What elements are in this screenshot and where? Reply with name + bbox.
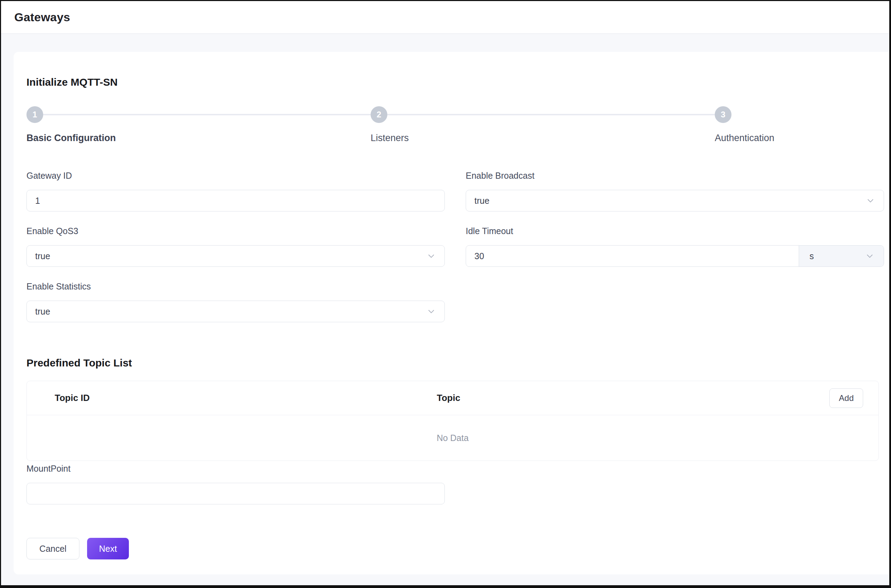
idle-timeout-input[interactable] <box>474 246 790 267</box>
enable-broadcast-value: true <box>474 196 489 206</box>
step-2-circle: 2 <box>370 106 387 123</box>
gateway-id-field: Gateway ID <box>27 171 445 212</box>
enable-broadcast-select[interactable]: true <box>466 190 884 212</box>
column-header-topic-id: Topic ID <box>55 393 437 404</box>
step-listeners: 2 Listeners <box>370 106 715 144</box>
idle-timeout-unit-select[interactable]: s <box>799 246 884 267</box>
predefined-topic-table: Topic ID Topic Add No Data <box>27 381 879 461</box>
topic-table-header: Topic ID Topic Add <box>27 381 879 415</box>
gateway-id-input-wrap <box>27 190 445 212</box>
chevron-down-icon <box>426 306 436 316</box>
enable-statistics-value: true <box>35 306 50 316</box>
idle-timeout-input-wrap <box>466 246 799 267</box>
topic-table-body: No Data <box>27 415 879 460</box>
step-1-circle: 1 <box>27 106 43 123</box>
enable-qos3-field: Enable QoS3 true <box>27 226 445 267</box>
enable-qos3-value: true <box>35 251 50 261</box>
enable-statistics-select[interactable]: true <box>27 301 445 322</box>
wizard-title: Initialize MQTT-SN <box>27 76 884 88</box>
page-title: Gateways <box>14 10 70 24</box>
enable-qos3-label: Enable QoS3 <box>27 226 445 236</box>
page-header: Gateways <box>1 1 889 34</box>
wizard-card: Initialize MQTT-SN 1 Basic Configuration… <box>14 52 889 574</box>
stepper: 1 Basic Configuration 2 Listeners 3 <box>27 106 884 144</box>
mountpoint-label: MountPoint <box>27 464 445 474</box>
basic-config-form: Gateway ID Enable Broadcast true <box>27 171 884 337</box>
gateway-id-label: Gateway ID <box>27 171 445 181</box>
gateway-id-input[interactable] <box>35 190 436 211</box>
page-body: Initialize MQTT-SN 1 Basic Configuration… <box>1 34 889 585</box>
step-3-circle: 3 <box>715 106 732 123</box>
mountpoint-field: MountPoint <box>27 464 445 504</box>
wizard-actions: Cancel Next <box>27 538 884 560</box>
chevron-down-icon <box>866 196 875 206</box>
chevron-down-icon <box>865 251 874 261</box>
enable-broadcast-field: Enable Broadcast true <box>466 171 884 212</box>
idle-timeout-field: Idle Timeout s <box>466 226 884 267</box>
predefined-topic-list-title: Predefined Topic List <box>27 357 884 369</box>
mountpoint-input[interactable] <box>35 483 436 504</box>
no-data-text: No Data <box>437 433 469 443</box>
step-connector-line <box>387 114 715 115</box>
idle-timeout-unit-value: s <box>810 251 814 261</box>
step-1-label: Basic Configuration <box>27 133 370 144</box>
next-button[interactable]: Next <box>87 538 129 560</box>
chevron-down-icon <box>426 251 436 261</box>
step-basic-configuration: 1 Basic Configuration <box>27 106 370 144</box>
enable-statistics-field: Enable Statistics true <box>27 282 445 322</box>
add-topic-button[interactable]: Add <box>830 388 863 408</box>
step-authentication: 3 Authentication <box>715 106 884 144</box>
enable-statistics-label: Enable Statistics <box>27 282 445 291</box>
cancel-button[interactable]: Cancel <box>27 538 80 560</box>
form-grid-spacer <box>466 282 884 337</box>
step-connector-line <box>43 114 370 115</box>
idle-timeout-label: Idle Timeout <box>466 226 884 236</box>
column-header-topic: Topic <box>437 393 830 404</box>
mountpoint-input-wrap <box>27 483 445 504</box>
step-2-label: Listeners <box>370 133 715 144</box>
app-window: Gateways Initialize MQTT-SN 1 Basic Conf… <box>0 0 891 588</box>
enable-qos3-select[interactable]: true <box>27 245 445 267</box>
enable-broadcast-label: Enable Broadcast <box>466 171 884 181</box>
idle-timeout-control: s <box>466 245 884 267</box>
step-3-label: Authentication <box>715 133 884 144</box>
